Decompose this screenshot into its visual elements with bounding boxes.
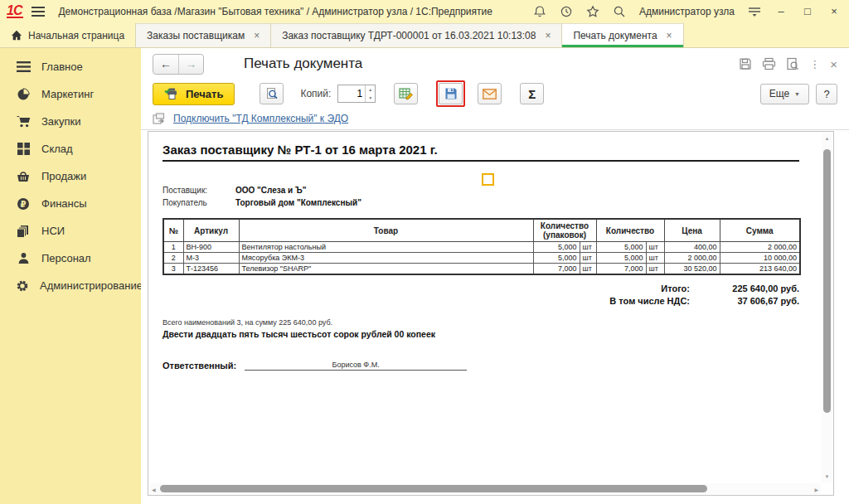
basket-icon [16, 170, 31, 182]
sidebar-item-nsi[interactable]: НСИ [0, 217, 141, 245]
scroll-down-icon[interactable]: ▼ [825, 472, 830, 481]
history-clock-icon[interactable] [560, 5, 573, 18]
nav-back-button[interactable]: ← [153, 55, 178, 74]
horizontal-scrollbar-thumb[interactable] [160, 485, 707, 492]
edo-connect-link[interactable]: Подключить "ТД Комплексный" к ЭДО [173, 113, 348, 124]
table-row: 2 М-3 Мясорубка ЭКМ-3 5,000 шт 5,000 шт … [163, 253, 800, 264]
scroll-left-icon[interactable]: ◀ [152, 486, 156, 494]
help-button[interactable]: ? [816, 84, 837, 104]
supplier-label: Поставщик: [163, 184, 235, 196]
sidebar-item-label: Маркетинг [41, 88, 94, 100]
save-document-button[interactable] [439, 83, 463, 104]
close-form-icon[interactable]: × [830, 57, 837, 71]
horizontal-scrollbar[interactable]: ◀ ▶ [149, 483, 821, 494]
vat-value: 37 606,67 руб. [690, 295, 799, 308]
scroll-up-icon[interactable]: ▲ [825, 134, 830, 143]
title-rule [163, 160, 799, 162]
tab-label: Начальная страница [28, 30, 124, 41]
responsible-signature: Борисов Ф.М. [245, 361, 467, 371]
cell-qty-pack: 5,000 [533, 253, 580, 264]
sidebar-item-main[interactable]: Главное [0, 53, 141, 80]
spinner-up-icon[interactable]: ▲ [366, 85, 375, 94]
table-header-row: № Артикул Товар Количество (упаковок) Ко… [163, 219, 800, 242]
cell-sum: 213 640,00 [720, 264, 800, 275]
notifications-bell-icon[interactable] [533, 5, 546, 18]
close-tab-icon[interactable]: × [545, 32, 551, 40]
cell-qty: 5,000 [596, 253, 646, 264]
print-button[interactable]: Печать [153, 83, 235, 105]
cell-price: 400,00 [664, 242, 720, 253]
cell-num: 1 [163, 242, 183, 253]
responsible-label: Ответственный: [163, 361, 236, 371]
preview-icon[interactable] [786, 57, 799, 70]
title-bar: 1С Демонстрационная база /Магазин "Бытов… [0, 0, 849, 23]
cell-qty-pack: 7,000 [533, 264, 580, 275]
close-window-button[interactable]: × [827, 5, 841, 18]
sidebar-item-label: Администрирование [40, 279, 143, 292]
close-tab-icon[interactable]: × [254, 32, 260, 40]
amount-in-words: Двести двадцать пять тысяч шестьсот соро… [163, 329, 805, 339]
sum-button[interactable]: Σ [520, 83, 544, 104]
items-table: № Артикул Товар Количество (упаковок) Ко… [163, 218, 801, 275]
print-icon[interactable] [762, 57, 776, 70]
sidebar-item-purchasing[interactable]: Закупки [0, 108, 141, 135]
vertical-scrollbar-thumb[interactable] [823, 149, 831, 413]
copies-input[interactable] [338, 85, 365, 102]
vertical-scrollbar[interactable]: ▲ ▼ [822, 133, 832, 482]
more-menu-kebab-icon[interactable]: ⋮ [809, 58, 820, 70]
svg-text:₽: ₽ [21, 199, 27, 208]
sidebar-item-administration[interactable]: Администрирование [0, 272, 141, 299]
main-panel: ← → Печать документа ⋮ × [141, 48, 849, 504]
nav-forward-button[interactable]: → [178, 55, 203, 74]
gear-icon [16, 279, 29, 293]
tab-home[interactable]: Начальная страница [0, 23, 136, 47]
spreadsheet-print-preview[interactable]: Заказ поставщику № РТ-1 от 16 марта 2021… [148, 131, 834, 496]
sidebar-item-marketing[interactable]: Маркетинг [0, 80, 141, 108]
print-toolbar: Печать Копий: ▲ ▼ [141, 80, 849, 108]
favorites-star-icon[interactable] [586, 5, 599, 18]
hamburger-menu-icon[interactable] [32, 7, 45, 17]
tab-supplier-order-document[interactable]: Заказ поставщику ТДРТ-000001 от 16.03.20… [271, 23, 562, 47]
col-header: № [163, 219, 183, 242]
maximize-button[interactable]: □ [801, 5, 814, 18]
send-email-button[interactable] [478, 83, 502, 104]
cell-sku: М-3 [183, 253, 239, 264]
table-settings-button[interactable] [394, 83, 418, 104]
table-row: 3 Т-123456 Телевизор "SHARP" 7,000 шт 7,… [163, 264, 800, 275]
search-icon[interactable] [613, 5, 626, 18]
vat-label: В том числе НДС: [609, 295, 690, 308]
cell-sum: 2 000,00 [720, 242, 800, 253]
sidebar-item-finance[interactable]: ₽ Финансы [0, 190, 141, 217]
warehouse-grid-icon [16, 143, 31, 155]
ruble-coin-icon: ₽ [16, 197, 31, 211]
col-header: Цена [664, 219, 720, 242]
tab-label: Заказ поставщику ТДРТ-000001 от 16.03.20… [282, 30, 536, 41]
1c-logo: 1С [7, 5, 23, 18]
tab-print-document[interactable]: Печать документа × [562, 23, 683, 47]
col-header: Количество [596, 219, 664, 242]
cart-icon [16, 115, 31, 128]
hide-panels-icon[interactable] [748, 6, 761, 17]
cell-unit: шт [646, 264, 664, 275]
sidebar-item-sales[interactable]: Продажи [0, 162, 141, 190]
totals-block: Итого: 225 640,00 руб. В том числе НДС: … [163, 283, 799, 308]
copies-stepper: ▲ ▼ [337, 85, 376, 103]
edo-icon [153, 113, 166, 124]
tab-label: Печать документа [573, 30, 657, 41]
form-header: ← → Печать документа ⋮ × [141, 48, 849, 80]
more-button[interactable]: Еще ▼ [760, 84, 809, 104]
total-value: 225 640,00 руб. [690, 283, 799, 295]
minimize-button[interactable]: – [774, 5, 788, 18]
scroll-right-icon[interactable]: ▶ [814, 486, 818, 494]
tab-supplier-orders[interactable]: Заказы поставщикам × [136, 23, 271, 47]
close-tab-icon[interactable]: × [667, 32, 672, 40]
preview-button[interactable] [260, 83, 284, 104]
cell-sum: 10 000,00 [720, 253, 800, 264]
save-highlight-box [436, 80, 465, 107]
spinner-down-icon[interactable]: ▼ [366, 94, 375, 102]
save-icon[interactable] [739, 57, 752, 70]
sidebar-item-warehouse[interactable]: Склад [0, 135, 141, 162]
sidebar-item-label: Склад [41, 143, 73, 155]
envelope-icon [483, 89, 497, 99]
sidebar-item-personnel[interactable]: Персонал [0, 245, 141, 272]
